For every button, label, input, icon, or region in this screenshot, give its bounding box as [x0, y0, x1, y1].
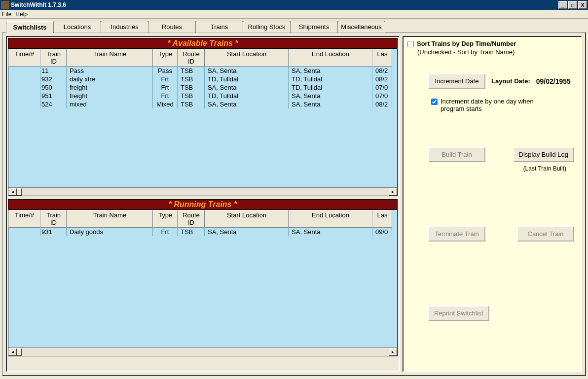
col-train-name[interactable]: Train Name: [67, 210, 153, 228]
cell-end: TD, Tulldal: [289, 83, 372, 92]
col-type[interactable]: Type: [153, 210, 178, 228]
cell-name: mixed: [67, 100, 153, 108]
menubar: File Help: [0, 10, 588, 19]
table-row[interactable]: 524mixedMixedTSBSA, SentaSA, Senta08/2: [8, 100, 397, 108]
tab-industries[interactable]: Industries: [101, 21, 148, 33]
layout-date-value: 09/02/1955: [536, 77, 571, 85]
cell-type: Frt: [153, 83, 178, 92]
col-type[interactable]: Type: [153, 49, 178, 67]
cell-time: [8, 67, 40, 75]
table-row[interactable]: 11PassPassTSBSA, SentaSA, Senta08/2: [8, 67, 397, 75]
cell-time: [8, 75, 40, 83]
cell-start: TD, Tulldal: [205, 75, 289, 83]
display-build-log-button[interactable]: Display Build Log: [513, 147, 574, 162]
cell-route: TSB: [178, 83, 205, 92]
cell-name: Pass: [67, 67, 153, 75]
display-build-log-sub: (Last Train Built): [407, 165, 577, 172]
cell-last: 08/2: [372, 100, 392, 108]
scroll-thumb[interactable]: [17, 188, 22, 196]
col-train-id[interactable]: Train ID: [40, 49, 67, 67]
app-icon: [1, 1, 9, 9]
tab-switchlists[interactable]: Switchlists: [6, 21, 54, 33]
col-end-location[interactable]: End Location: [289, 49, 372, 67]
titlebar: SwitchWithIt 1.7.3.6 _ □ X: [0, 0, 588, 10]
tab-rolling-stock[interactable]: Rolling Stock: [243, 21, 291, 33]
increment-auto-checkbox[interactable]: [431, 99, 438, 105]
sort-trains-checkbox[interactable]: [407, 41, 414, 47]
col-time[interactable]: Time/#: [8, 49, 40, 67]
tab-miscellaneous[interactable]: Miscellaneous: [337, 21, 385, 33]
scroll-right-icon[interactable]: ►: [389, 348, 397, 356]
reprint-switchlist-button[interactable]: Reprint Switchlist: [428, 306, 489, 321]
table-row[interactable]: 931Daily goodsFrtTSBSA, SentaSA, Senta09…: [8, 228, 397, 236]
cell-id: 951: [40, 92, 67, 100]
scroll-left-icon[interactable]: ◄: [8, 188, 17, 196]
cell-end: TD, Tulldal: [289, 75, 372, 83]
tab-routes[interactable]: Routes: [148, 21, 196, 33]
tab-trains[interactable]: Trains: [195, 21, 243, 33]
cell-route: TSB: [178, 75, 205, 83]
cell-last: 07/0: [372, 92, 392, 100]
cell-start: SA, Senta: [205, 228, 289, 236]
cell-route: TSB: [178, 92, 205, 100]
cell-id: 931: [40, 228, 67, 236]
window-controls: _ □ X: [558, 1, 587, 9]
cell-name: freight: [67, 83, 153, 92]
menu-file[interactable]: File: [2, 11, 11, 18]
cell-route: TSB: [178, 67, 205, 75]
tab-shipments[interactable]: Shipments: [290, 21, 338, 33]
increment-date-button[interactable]: Increment Date: [428, 73, 485, 89]
cell-type: Frt: [153, 92, 178, 100]
col-route-id[interactable]: Route ID: [178, 210, 205, 228]
cell-id: 524: [40, 100, 67, 108]
cell-end: SA, Senta: [289, 100, 372, 108]
col-end-location[interactable]: End Location: [289, 210, 372, 228]
cell-start: SA, Senta: [205, 83, 289, 92]
col-train-name[interactable]: Train Name: [67, 49, 153, 67]
cell-time: [8, 92, 40, 100]
table-row[interactable]: 932daily xtreFrtTSBTD, TulldalTD, Tullda…: [8, 75, 397, 83]
minimize-button[interactable]: _: [558, 1, 567, 9]
cell-last: 07/0: [372, 83, 392, 92]
cell-start: SA, Senta: [205, 100, 289, 108]
col-train-id[interactable]: Train ID: [40, 210, 67, 228]
tab-locations[interactable]: Locations: [53, 21, 101, 33]
running-trains-title: * Running Trains *: [8, 199, 398, 209]
cell-last: 09/0: [372, 228, 392, 236]
table-row[interactable]: 951freightFrtTSBTD, TulldalSA, Senta07/0: [8, 92, 397, 100]
cell-end: SA, Senta: [289, 228, 372, 236]
scroll-right-icon[interactable]: ►: [389, 188, 397, 196]
col-start-location[interactable]: Start Location: [205, 210, 289, 228]
close-button[interactable]: X: [578, 1, 587, 9]
available-hscroll[interactable]: ◄ ►: [8, 187, 397, 196]
cell-last: 08/2: [372, 75, 392, 83]
cell-type: Mixed: [153, 100, 178, 108]
build-train-button[interactable]: Build Train: [428, 147, 485, 162]
col-last[interactable]: Las: [372, 210, 392, 228]
col-last[interactable]: Las: [372, 49, 392, 67]
menu-help[interactable]: Help: [15, 11, 28, 18]
maximize-button[interactable]: □: [568, 1, 577, 9]
cell-end: SA, Senta: [289, 92, 372, 100]
terminate-train-button[interactable]: Terminate Train: [428, 226, 485, 241]
scroll-left-icon[interactable]: ◄: [8, 348, 17, 356]
cell-end: SA, Senta: [289, 67, 372, 75]
cell-name: daily xtre: [67, 75, 153, 83]
col-start-location[interactable]: Start Location: [205, 49, 289, 67]
scroll-thumb[interactable]: [17, 348, 22, 356]
col-route-id[interactable]: Route ID: [178, 49, 205, 67]
layout-date-label: Layout Date:: [491, 77, 530, 85]
cell-time: [8, 83, 40, 92]
available-trains-table: Time/# Train ID Train Name Type Route ID…: [8, 48, 398, 196]
right-panel: Sort Trains by Dep Time/Number (Unchecke…: [403, 36, 582, 372]
cell-time: [8, 228, 40, 236]
cancel-train-button[interactable]: Cancel Train: [517, 226, 574, 241]
sort-trains-label: Sort Trains by Dep Time/Number: [417, 40, 516, 47]
running-hscroll[interactable]: ◄ ►: [8, 347, 397, 356]
cell-route: TSB: [178, 100, 205, 108]
cell-type: Pass: [153, 67, 178, 75]
increment-auto-label: Increment date by one day when program s…: [441, 98, 539, 112]
table-row[interactable]: 950freightFrtTSBSA, SentaTD, Tulldal07/0: [8, 83, 397, 92]
cell-type: Frt: [153, 75, 178, 83]
col-time[interactable]: Time/#: [8, 210, 40, 228]
